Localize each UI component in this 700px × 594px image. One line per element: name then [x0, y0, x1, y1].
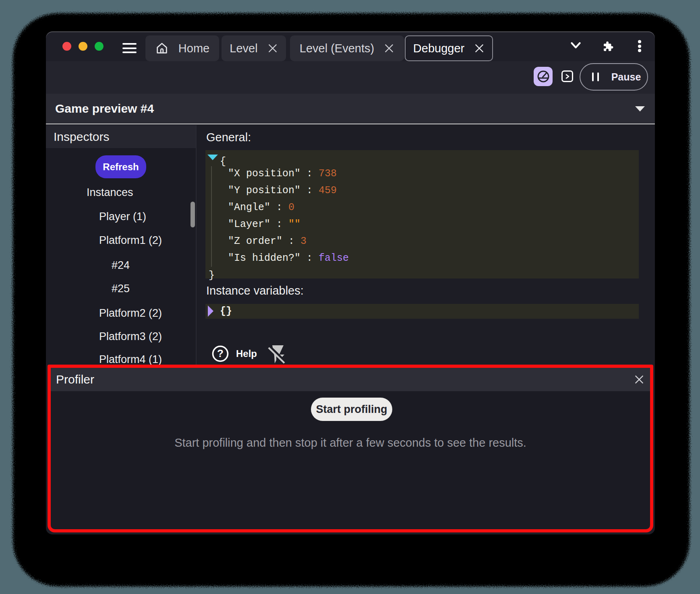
svg-text:?: ?	[217, 347, 224, 359]
